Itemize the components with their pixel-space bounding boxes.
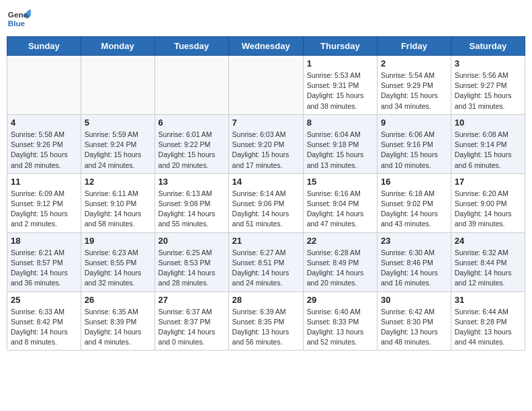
sunrise-text: Sunrise: 6:03 AM	[232, 130, 286, 138]
day-cell: 27Sunrise: 6:37 AMSunset: 8:37 PMDayligh…	[154, 291, 228, 351]
day-info: Sunrise: 6:42 AMSunset: 8:30 PMDaylight:…	[381, 307, 447, 348]
sunset-text: Sunset: 9:26 PM	[11, 140, 63, 148]
day-header-friday: Friday	[378, 37, 451, 56]
daylight-text: Daylight: 15 hours and 31 minutes.	[455, 91, 512, 109]
sunset-text: Sunset: 9:24 PM	[85, 140, 137, 148]
sunrise-text: Sunrise: 6:28 AM	[307, 248, 361, 257]
day-number: 7	[232, 118, 300, 128]
daylight-text: Daylight: 14 hours and 4 minutes.	[85, 328, 142, 346]
day-number: 25	[11, 295, 77, 305]
day-number: 2	[381, 58, 447, 68]
sunset-text: Sunset: 8:44 PM	[455, 259, 507, 267]
week-row-5: 25Sunrise: 6:33 AMSunset: 8:42 PMDayligh…	[7, 291, 525, 351]
day-header-tuesday: Tuesday	[154, 37, 228, 56]
sunset-text: Sunset: 9:02 PM	[381, 199, 433, 208]
day-number: 24	[455, 236, 521, 246]
day-cell: 25Sunrise: 6:33 AMSunset: 8:42 PMDayligh…	[7, 291, 81, 351]
sunset-text: Sunset: 8:35 PM	[232, 318, 285, 326]
daylight-text: Daylight: 14 hours and 24 minutes.	[232, 269, 290, 287]
daylight-text: Daylight: 14 hours and 55 minutes.	[159, 210, 216, 228]
day-cell	[154, 56, 228, 115]
daylight-text: Daylight: 14 hours and 20 minutes.	[307, 269, 364, 287]
day-cell: 11Sunrise: 6:09 AMSunset: 9:12 PMDayligh…	[7, 173, 81, 232]
daylight-text: Daylight: 15 hours and 24 minutes.	[85, 150, 142, 169]
day-info: Sunrise: 6:32 AMSunset: 8:44 PMDaylight:…	[455, 248, 521, 289]
sunrise-text: Sunrise: 6:42 AM	[381, 308, 435, 316]
daylight-text: Daylight: 14 hours and 39 minutes.	[455, 210, 512, 228]
daylight-text: Daylight: 14 hours and 12 minutes.	[455, 269, 512, 287]
day-number: 21	[232, 236, 300, 246]
daylight-text: Daylight: 14 hours and 43 minutes.	[381, 210, 438, 228]
sunset-text: Sunset: 9:20 PM	[232, 140, 285, 148]
sunrise-text: Sunrise: 6:33 AM	[11, 308, 64, 316]
sunset-text: Sunset: 9:04 PM	[307, 199, 359, 208]
day-number: 5	[85, 118, 151, 128]
daylight-text: Daylight: 15 hours and 2 minutes.	[11, 210, 68, 228]
sunset-text: Sunset: 9:27 PM	[455, 81, 507, 89]
day-cell: 18Sunrise: 6:21 AMSunset: 8:57 PMDayligh…	[7, 232, 81, 291]
day-cell: 10Sunrise: 6:08 AMSunset: 9:14 PMDayligh…	[451, 114, 525, 173]
day-number: 9	[381, 118, 447, 128]
day-number: 11	[11, 177, 77, 187]
sunrise-text: Sunrise: 6:08 AM	[455, 130, 508, 138]
logo: General Blue	[7, 7, 34, 31]
day-cell: 15Sunrise: 6:16 AMSunset: 9:04 PMDayligh…	[303, 173, 377, 232]
day-cell: 20Sunrise: 6:25 AMSunset: 8:53 PMDayligh…	[154, 232, 228, 291]
week-row-1: 1Sunrise: 5:53 AMSunset: 9:31 PMDaylight…	[7, 56, 525, 115]
daylight-text: Daylight: 13 hours and 44 minutes.	[455, 328, 512, 346]
sunrise-text: Sunrise: 5:53 AM	[307, 71, 361, 79]
day-cell: 8Sunrise: 6:04 AMSunset: 9:18 PMDaylight…	[303, 114, 377, 173]
sunset-text: Sunset: 8:39 PM	[85, 318, 137, 326]
sunrise-text: Sunrise: 6:39 AM	[232, 308, 286, 316]
day-header-row: SundayMondayTuesdayWednesdayThursdayFrid…	[7, 37, 525, 56]
sunrise-text: Sunrise: 6:27 AM	[232, 248, 286, 257]
sunrise-text: Sunrise: 6:37 AM	[159, 308, 212, 316]
day-number: 30	[381, 295, 447, 305]
day-info: Sunrise: 6:33 AMSunset: 8:42 PMDaylight:…	[11, 307, 77, 348]
day-cell: 31Sunrise: 6:44 AMSunset: 8:28 PMDayligh…	[451, 291, 525, 351]
sunset-text: Sunset: 9:08 PM	[159, 199, 211, 208]
day-header-thursday: Thursday	[303, 37, 377, 56]
day-info: Sunrise: 6:30 AMSunset: 8:46 PMDaylight:…	[381, 248, 447, 289]
day-cell: 21Sunrise: 6:27 AMSunset: 8:51 PMDayligh…	[228, 232, 303, 291]
sunrise-text: Sunrise: 6:09 AM	[11, 189, 64, 197]
sunrise-text: Sunrise: 6:01 AM	[159, 130, 212, 138]
sunset-text: Sunset: 9:00 PM	[455, 199, 507, 208]
sunrise-text: Sunrise: 6:44 AM	[455, 308, 508, 316]
sunrise-text: Sunrise: 6:21 AM	[11, 248, 64, 257]
daylight-text: Daylight: 14 hours and 47 minutes.	[307, 210, 364, 228]
day-info: Sunrise: 5:59 AMSunset: 9:24 PMDaylight:…	[85, 130, 151, 171]
daylight-text: Daylight: 13 hours and 52 minutes.	[307, 328, 364, 346]
sunrise-text: Sunrise: 6:13 AM	[159, 189, 212, 197]
daylight-text: Daylight: 15 hours and 17 minutes.	[232, 150, 290, 169]
day-info: Sunrise: 5:53 AMSunset: 9:31 PMDaylight:…	[307, 71, 373, 111]
sunrise-text: Sunrise: 6:23 AM	[85, 248, 138, 257]
day-cell: 30Sunrise: 6:42 AMSunset: 8:30 PMDayligh…	[378, 291, 451, 351]
day-number: 20	[159, 236, 225, 246]
daylight-text: Daylight: 15 hours and 38 minutes.	[307, 91, 364, 109]
day-header-monday: Monday	[81, 37, 154, 56]
day-number: 19	[85, 236, 151, 246]
day-info: Sunrise: 6:08 AMSunset: 9:14 PMDaylight:…	[455, 130, 521, 171]
day-cell: 26Sunrise: 6:35 AMSunset: 8:39 PMDayligh…	[81, 291, 154, 351]
sunset-text: Sunset: 9:16 PM	[381, 140, 433, 148]
day-info: Sunrise: 6:11 AMSunset: 9:10 PMDaylight:…	[85, 189, 151, 230]
day-cell: 14Sunrise: 6:14 AMSunset: 9:06 PMDayligh…	[228, 173, 303, 232]
day-cell: 29Sunrise: 6:40 AMSunset: 8:33 PMDayligh…	[303, 291, 377, 351]
day-cell: 24Sunrise: 6:32 AMSunset: 8:44 PMDayligh…	[451, 232, 525, 291]
calendar-table: SundayMondayTuesdayWednesdayThursdayFrid…	[7, 36, 525, 351]
daylight-text: Daylight: 14 hours and 58 minutes.	[85, 210, 142, 228]
sunset-text: Sunset: 9:10 PM	[85, 199, 137, 208]
day-number: 16	[381, 177, 447, 187]
day-cell: 28Sunrise: 6:39 AMSunset: 8:35 PMDayligh…	[228, 291, 303, 351]
sunrise-text: Sunrise: 5:54 AM	[381, 71, 435, 79]
sunset-text: Sunset: 9:12 PM	[11, 199, 63, 208]
day-header-wednesday: Wednesday	[228, 37, 303, 56]
day-number: 3	[455, 58, 521, 68]
daylight-text: Daylight: 15 hours and 6 minutes.	[455, 150, 512, 169]
day-cell: 17Sunrise: 6:20 AMSunset: 9:00 PMDayligh…	[451, 173, 525, 232]
day-cell: 23Sunrise: 6:30 AMSunset: 8:46 PMDayligh…	[378, 232, 451, 291]
day-info: Sunrise: 6:16 AMSunset: 9:04 PMDaylight:…	[307, 189, 373, 230]
sunset-text: Sunset: 8:53 PM	[159, 259, 211, 267]
daylight-text: Daylight: 14 hours and 32 minutes.	[85, 269, 142, 287]
